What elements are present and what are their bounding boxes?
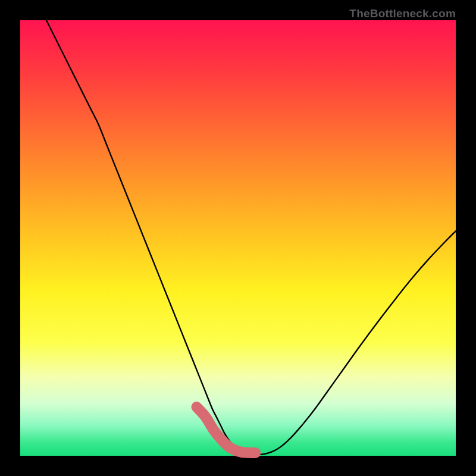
plot-area bbox=[20, 20, 456, 456]
watermark-text: TheBottleneck.com bbox=[349, 7, 456, 20]
chart-svg bbox=[20, 20, 456, 456]
bottleneck-curve bbox=[46, 20, 456, 455]
minimum-marker bbox=[193, 403, 200, 411]
minimum-marker bbox=[201, 412, 209, 421]
chart-frame: TheBottleneck.com bbox=[0, 0, 476, 476]
minimum-marker bbox=[209, 426, 219, 436]
minimum-marker bbox=[251, 449, 259, 457]
